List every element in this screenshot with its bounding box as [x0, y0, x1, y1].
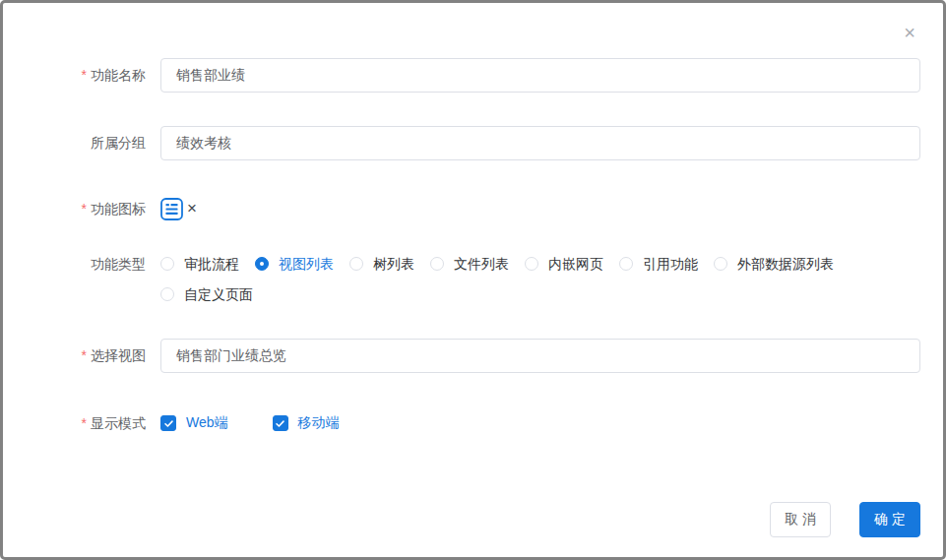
display-mode-label: *显示模式 [3, 413, 146, 433]
remove-icon[interactable]: × [187, 198, 197, 219]
checkbox-checked-icon [273, 415, 288, 431]
radio-icon [430, 257, 444, 271]
field-row-icon: *功能图标 × [3, 196, 920, 221]
icon-label: *功能图标 [3, 196, 146, 221]
field-row-function-type: 功能类型 审批流程 视图列表 树列表 [3, 252, 920, 306]
radio-file-list[interactable]: 文件列表 [430, 252, 509, 276]
radio-embedded-page[interactable]: 内嵌网页 [525, 252, 603, 276]
required-mark: * [82, 201, 87, 217]
radio-icon [349, 257, 363, 271]
edit-function-dialog: × *功能名称 所属分组 *功能图标 [0, 0, 946, 560]
radio-selected-icon [255, 257, 269, 271]
required-mark: * [82, 67, 87, 83]
checkbox-mobile[interactable]: 移动端 [273, 414, 340, 432]
radio-external-datasource-list[interactable]: 外部数据源列表 [714, 252, 834, 276]
group-input[interactable] [160, 126, 920, 160]
checkbox-web[interactable]: Web端 [160, 414, 228, 432]
field-row-display-mode: *显示模式 Web端 [3, 413, 920, 433]
function-name-label: *功能名称 [3, 58, 146, 93]
close-icon[interactable]: × [904, 23, 915, 42]
dialog-footer: 取 消 确 定 [770, 502, 920, 537]
function-name-input[interactable] [160, 58, 920, 93]
group-label: 所属分组 [3, 126, 146, 160]
radio-tree-list[interactable]: 树列表 [349, 252, 414, 276]
list-view-icon[interactable] [160, 198, 183, 220]
confirm-button[interactable]: 确 定 [859, 502, 920, 537]
radio-reference-function[interactable]: 引用功能 [619, 252, 698, 276]
radio-icon [619, 257, 633, 271]
checkbox-checked-icon [160, 415, 176, 431]
radio-custom-page[interactable]: 自定义页面 [160, 282, 253, 306]
field-row-group: 所属分组 [3, 126, 920, 160]
required-mark: * [82, 347, 87, 363]
function-type-label: 功能类型 [3, 252, 146, 276]
cancel-button[interactable]: 取 消 [770, 502, 831, 537]
radio-icon [160, 257, 174, 271]
radio-icon [525, 257, 538, 271]
select-view-input[interactable] [160, 339, 920, 373]
radio-icon [714, 257, 727, 271]
function-form: *功能名称 所属分组 *功能图标 [3, 58, 920, 433]
radio-approval-flow[interactable]: 审批流程 [160, 252, 239, 276]
radio-icon [160, 287, 174, 301]
field-row-select-view: *选择视图 [3, 339, 920, 373]
select-view-label: *选择视图 [3, 339, 146, 373]
required-mark: * [82, 415, 87, 431]
radio-view-list[interactable]: 视图列表 [255, 252, 334, 276]
field-row-function-name: *功能名称 [3, 58, 920, 93]
